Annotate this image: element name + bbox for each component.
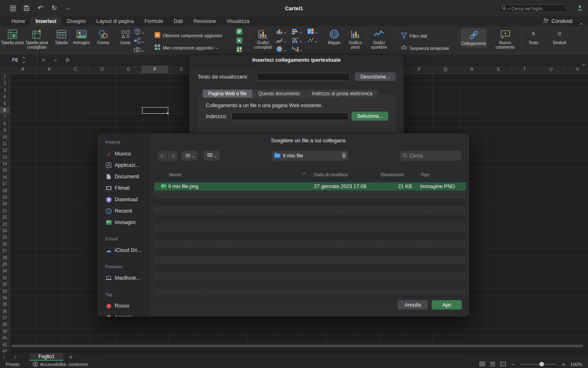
icone-button[interactable]: Icone (115, 28, 136, 45)
list-view-dropdown[interactable] (181, 151, 198, 161)
models-3d-icon-button[interactable] (134, 29, 144, 36)
row-header-5[interactable]: 5 (0, 101, 9, 107)
save-icon[interactable] (20, 5, 33, 11)
row-header-31[interactable]: 31 (0, 275, 9, 281)
row-header-27[interactable]: 27 (0, 248, 9, 254)
row-header-25[interactable]: 25 (0, 234, 9, 241)
my-addins-button[interactable]: Miei componenti aggiuntivi (154, 44, 218, 51)
zoom-in-icon[interactable]: + (562, 361, 565, 368)
description-button[interactable]: Descrizione... (355, 72, 396, 81)
select-all-corner[interactable] (0, 65, 10, 74)
column-header[interactable]: F (142, 65, 168, 73)
forward-button[interactable] (168, 151, 177, 161)
open-button[interactable]: Apri (432, 300, 462, 310)
get-addins-button[interactable]: Ottenere componenti aggiuntivi (154, 32, 222, 39)
column-header[interactable]: C (62, 65, 89, 73)
sparkline-button[interactable]: Grafici sparkline (368, 28, 390, 49)
row-header-15[interactable]: 15 (0, 167, 9, 174)
combo-chart-icon-button[interactable] (292, 37, 306, 45)
addin-play-icon-button[interactable] (236, 38, 243, 45)
screenshot-icon-button[interactable] (134, 47, 144, 54)
zoom-level[interactable]: 100% (570, 362, 582, 367)
select-file-button[interactable]: Seleziona... (352, 112, 388, 121)
column-header-nome[interactable]: Nome (154, 171, 309, 178)
column-header[interactable]: S (485, 65, 512, 73)
row-header-21[interactable]: 21 (0, 208, 9, 214)
questo-documento-tab[interactable]: Questo documento (253, 90, 306, 98)
row-header-36[interactable]: 36 (0, 308, 9, 315)
indirizzo-di-posta-elettronica-tab[interactable]: Indirizzo di posta elettronica (306, 90, 378, 98)
row-header-3[interactable]: 3 (0, 87, 9, 94)
hierarchy-chart-icon-button[interactable] (307, 28, 322, 36)
account-avatar[interactable] (577, 4, 583, 13)
column-header[interactable]: V (564, 65, 588, 73)
home-tab[interactable]: Home (7, 17, 30, 26)
layout-di-pagina-tab[interactable]: Layout di pagina (91, 17, 139, 26)
timeline-button[interactable]: Sequenza temporale (401, 45, 449, 51)
share-button[interactable]: Condividi (543, 18, 572, 25)
line-chart-icon-button[interactable] (276, 37, 291, 45)
row-header-18[interactable]: 18 (0, 188, 9, 194)
sidebar-item-applicazi[interactable]: Applicazi... (97, 159, 148, 171)
file-row[interactable]: Il mio file.png 27 gennaio 2023 17:08 21… (154, 182, 466, 191)
cancel-button[interactable]: Annulla (398, 300, 428, 310)
recommended-charts-button[interactable]: Grafici consigliati (252, 28, 274, 49)
row-header-41[interactable]: 41 (0, 342, 9, 348)
row-header-10[interactable]: 10 (0, 134, 9, 141)
sidebar-item-macbook[interactable]: MacBook... (97, 272, 148, 284)
row-header-9[interactable]: 9 (0, 127, 9, 134)
tabella-pivot-button[interactable]: Tabella pivot (1, 28, 24, 45)
row-header-8[interactable]: 8 (0, 121, 9, 127)
visualizza-tab[interactable]: Visualizza (222, 17, 254, 26)
dati-tab[interactable]: Dati (169, 17, 188, 26)
column-chart-icon-button[interactable] (276, 28, 291, 36)
display-text-input[interactable] (257, 73, 350, 81)
pivot-chart-button[interactable]: Grafico pivot (345, 28, 366, 49)
hyperlink-button[interactable]: Collegamento (461, 28, 487, 47)
disegno-tab[interactable]: Disegno (62, 17, 91, 26)
sidebar-item-icloud-dri[interactable]: ☁iCloud Dri... (97, 245, 148, 256)
search-input[interactable]: Cerca nel foglio (499, 4, 566, 12)
row-header-14[interactable]: 14 (0, 161, 9, 167)
sidebar-item-immagini[interactable]: Immagini (97, 217, 148, 228)
next-sheet-icon[interactable] (10, 356, 20, 358)
confirm-entry-icon[interactable]: ✓ (49, 58, 62, 63)
slicer-button[interactable]: Filtro dati (401, 33, 427, 39)
sheet-tab-foglio1[interactable]: Foglio1 (29, 353, 63, 361)
row-header-20[interactable]: 20 (0, 201, 9, 207)
fill-handle[interactable] (167, 112, 169, 115)
row-header-29[interactable]: 29 (0, 261, 9, 268)
row-header-1[interactable]: 1 (0, 74, 9, 80)
row-header-34[interactable]: 34 (0, 295, 9, 301)
sidebar-item-musica[interactable]: ♫Musica (97, 148, 148, 159)
previous-sheet-icon[interactable] (0, 356, 10, 358)
column-header[interactable]: E (116, 65, 142, 73)
forme-button[interactable]: Forme (93, 28, 114, 45)
row-header-11[interactable]: 11 (0, 141, 9, 147)
page-layout-view-icon[interactable] (490, 361, 495, 368)
location-dropdown[interactable]: Il mio file (272, 151, 348, 161)
row-header-38[interactable]: 38 (0, 321, 9, 328)
pagina-web-o-file-tab[interactable]: Pagina Web o file (203, 90, 253, 98)
column-header[interactable]: A (10, 65, 36, 73)
column-header[interactable]: P (406, 65, 432, 73)
undo-icon[interactable]: ↶ (33, 5, 47, 11)
row-header-23[interactable]: 23 (0, 221, 9, 228)
row-header-19[interactable]: 19 (0, 194, 9, 201)
page-break-view-icon[interactable] (500, 361, 506, 367)
symbols-button[interactable]: Ω Simboli (549, 28, 570, 45)
row-header-13[interactable]: 13 (0, 154, 9, 161)
waterfall-chart-icon-button[interactable] (292, 46, 306, 54)
column-header[interactable]: U (538, 65, 565, 73)
row-header-32[interactable]: 32 (0, 281, 9, 288)
row-header-28[interactable]: 28 (0, 255, 9, 261)
row-header-39[interactable]: 39 (0, 328, 9, 335)
maps-button[interactable]: Mappe (325, 28, 343, 45)
row-header-12[interactable]: 12 (0, 147, 9, 154)
column-header-dimensioni[interactable]: Dimensioni (376, 171, 417, 178)
name-box[interactable]: F6 (0, 55, 37, 65)
horizontal-scrollbar[interactable] (11, 345, 583, 347)
column-header[interactable]: Q (432, 65, 459, 73)
insert-function-icon[interactable]: fx (62, 57, 74, 63)
immagini-button[interactable]: Immagini (71, 28, 91, 45)
